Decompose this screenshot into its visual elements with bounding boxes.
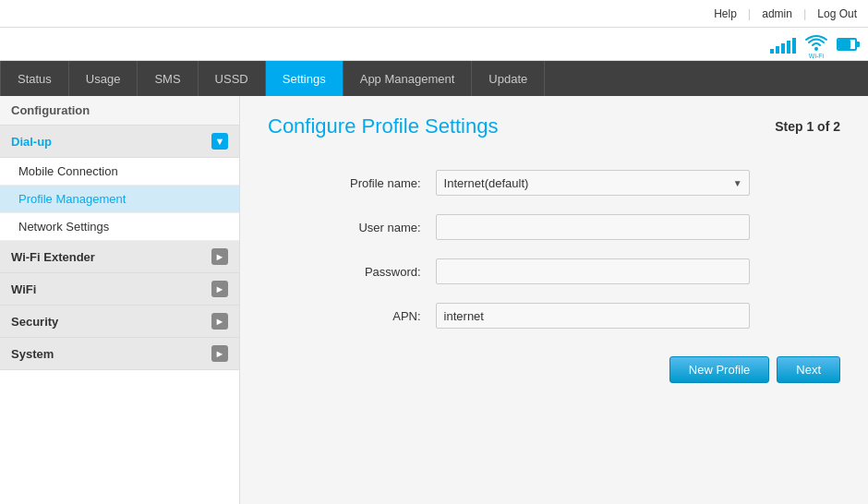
signal-bar-1 xyxy=(770,49,774,54)
username-row: User name: xyxy=(268,205,840,249)
nav-item-sms[interactable]: SMS xyxy=(138,61,198,96)
separator2: | xyxy=(803,6,806,20)
profile-name-row: Profile name: Internet(default)Profile 1… xyxy=(268,161,840,205)
wifi-extender-arrow-icon: ► xyxy=(211,248,228,265)
apn-label: APN: xyxy=(268,294,428,338)
signal-bar-4 xyxy=(787,41,790,54)
page-title: Configure Profile Settings xyxy=(268,114,498,138)
system-arrow-icon: ► xyxy=(211,345,228,362)
top-bar: Help | admin | Log Out xyxy=(0,0,868,28)
username-input[interactable] xyxy=(436,214,750,240)
help-link[interactable]: Help xyxy=(714,7,737,20)
svg-point-0 xyxy=(814,47,818,51)
signal-icon xyxy=(770,35,796,54)
next-button[interactable]: Next xyxy=(777,356,840,383)
sidebar-group-dialup[interactable]: Dial-up ▼ xyxy=(0,126,239,158)
step-label: Step 1 of 2 xyxy=(775,119,840,134)
sidebar-item-mobile-connection[interactable]: Mobile Connection xyxy=(0,158,239,186)
wifi-arrow-icon: ► xyxy=(211,281,228,297)
nav-item-app-management[interactable]: App Management xyxy=(344,61,473,96)
security-arrow-icon: ► xyxy=(211,313,228,330)
nav-item-status[interactable]: Status xyxy=(0,61,69,96)
wifi-icon: Wi-Fi xyxy=(803,33,829,55)
logout-link[interactable]: Log Out xyxy=(817,7,857,20)
password-label: Password: xyxy=(268,249,428,294)
profile-name-label: Profile name: xyxy=(268,161,428,205)
sidebar-group-system-label: System xyxy=(11,347,54,361)
signal-bar-2 xyxy=(776,46,779,54)
battery-icon xyxy=(837,38,857,51)
nav-item-usage[interactable]: Usage xyxy=(69,61,139,96)
layout: Configuration Dial-up ▼ Mobile Connectio… xyxy=(0,96,868,504)
sidebar-section-config: Configuration xyxy=(0,96,239,126)
sidebar-group-security[interactable]: Security ► xyxy=(0,306,239,338)
battery-fill xyxy=(838,40,850,49)
sidebar: Configuration Dial-up ▼ Mobile Connectio… xyxy=(0,96,240,504)
signal-bar-3 xyxy=(781,43,785,54)
signal-bar: Wi-Fi xyxy=(0,28,868,61)
profile-name-select[interactable]: Internet(default)Profile 1Profile 2 xyxy=(436,170,750,196)
profile-name-select-wrapper: Internet(default)Profile 1Profile 2 xyxy=(436,170,750,196)
nav-item-ussd[interactable]: USSD xyxy=(199,61,266,96)
nav-item-update[interactable]: Update xyxy=(472,61,545,96)
password-input[interactable] xyxy=(436,258,750,284)
sidebar-group-security-label: Security xyxy=(11,315,58,329)
new-profile-button[interactable]: New Profile xyxy=(669,356,769,383)
sidebar-item-profile-management[interactable]: Profile Management xyxy=(0,186,239,213)
separator1: | xyxy=(748,6,751,20)
sidebar-group-wifi-label: WiFi xyxy=(11,282,36,296)
sidebar-group-wifi-extender[interactable]: Wi-Fi Extender ► xyxy=(0,241,239,273)
sidebar-item-network-settings[interactable]: Network Settings xyxy=(0,213,239,241)
admin-link[interactable]: admin xyxy=(762,7,792,20)
password-row: Password: xyxy=(268,249,840,294)
wifi-label: Wi-Fi xyxy=(803,53,829,59)
apn-row: APN: xyxy=(268,294,840,338)
main-content: Configure Profile Settings Step 1 of 2 P… xyxy=(240,96,868,504)
button-row: New Profile Next xyxy=(268,356,840,383)
signal-bar-5 xyxy=(792,38,796,54)
sidebar-group-system[interactable]: System ► xyxy=(0,338,239,370)
profile-form: Profile name: Internet(default)Profile 1… xyxy=(268,161,840,338)
sidebar-group-wifi[interactable]: WiFi ► xyxy=(0,273,239,306)
username-label: User name: xyxy=(268,205,428,249)
sidebar-group-wifi-extender-label: Wi-Fi Extender xyxy=(11,250,95,264)
nav: StatusUsageSMSUSSDSettingsApp Management… xyxy=(0,61,868,96)
nav-item-settings[interactable]: Settings xyxy=(266,61,344,96)
page-header: Configure Profile Settings Step 1 of 2 xyxy=(268,114,840,138)
sidebar-group-dialup-label: Dial-up xyxy=(11,135,52,149)
dialup-arrow-icon: ▼ xyxy=(211,133,228,150)
apn-input[interactable] xyxy=(436,303,750,329)
